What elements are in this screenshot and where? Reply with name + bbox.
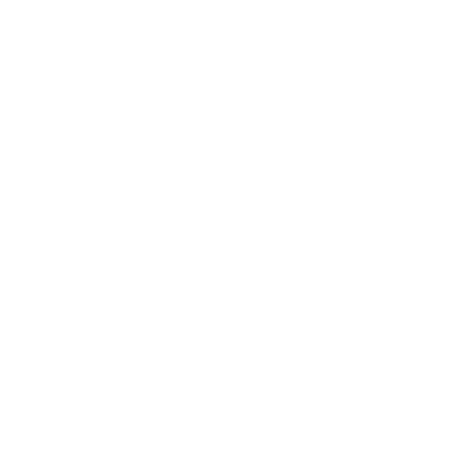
chart-plot [0,0,476,476]
chart-container [0,0,476,476]
